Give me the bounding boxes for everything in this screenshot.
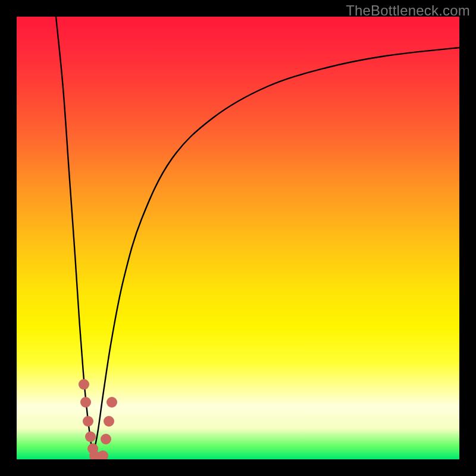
curve-left-descent <box>56 17 93 456</box>
highlight-dots-left <box>79 379 100 459</box>
highlight-dot <box>98 450 108 459</box>
highlight-dot <box>85 431 96 442</box>
curve-layer <box>17 17 459 459</box>
chart-frame: TheBottleneck.com <box>0 0 476 476</box>
highlight-dot <box>107 397 117 408</box>
highlight-dot <box>80 397 91 408</box>
curve-right-ascent <box>93 48 459 456</box>
highlight-dot <box>79 379 89 390</box>
highlight-dot <box>104 416 114 427</box>
highlight-dot <box>83 416 93 427</box>
highlight-dots-right <box>98 397 117 459</box>
plot-area <box>17 17 459 459</box>
highlight-dot <box>101 434 111 444</box>
watermark-text: TheBottleneck.com <box>346 2 470 19</box>
